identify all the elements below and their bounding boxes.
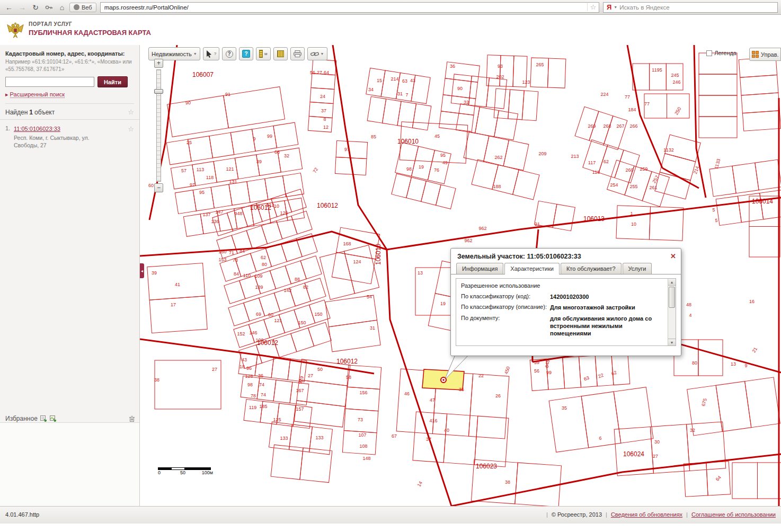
parcel-block [614,422,726,476]
map-manage-button[interactable]: Управ. [749,48,781,61]
legend-checkbox[interactable] [706,50,712,56]
parcel-label: 57 [181,168,187,173]
parcel-label: 90 [457,86,463,91]
parcel-label: 9 [253,136,255,141]
parcel-label: 80 [262,262,267,267]
parcel-label: 157 [296,406,304,412]
key-icon[interactable] [43,2,55,13]
zoom-out-button[interactable]: − [154,183,163,192]
web-button[interactable]: Веб [69,3,96,12]
info-tool-button[interactable]: ? [239,47,253,60]
parcel-label: 121 [226,166,234,172]
parcel-label: 113 [197,167,204,172]
parcel-block [732,463,781,499]
identify-tool-button[interactable]: ? [203,47,219,60]
parcel-label: 63 [402,78,407,84]
zoom-in-button[interactable]: + [154,59,163,68]
parcel-label: 416 [429,418,437,423]
share-link-button[interactable]: ▼ [307,47,327,60]
measure-length-button[interactable]: м [256,47,271,60]
cadastral-number-link[interactable]: 11:05:0106023:33 [14,126,60,132]
parcel-block [367,96,431,130]
address-bar[interactable]: ☆ [100,2,599,13]
parcel-label: 35 [562,405,567,411]
zoom-slider-handle[interactable] [154,89,163,94]
map-manage-label: Управ. [761,51,779,58]
refresh-icon[interactable]: ↻ [30,2,41,13]
home-icon[interactable]: ⌂ [56,2,68,13]
tab-services[interactable]: Услуги [623,263,652,274]
street-line [387,198,781,250]
parcel-label: 142 [283,288,291,293]
parcel-label: 262 [494,155,502,160]
search-result-item[interactable]: 1. 11:05:0106023:33 Респ. Коми, г. Сыкты… [0,120,139,149]
updates-link[interactable]: Сведения об обновлениях [611,511,682,518]
parcel-block [244,400,312,429]
parcel-label: 214 [693,165,700,175]
export-map-icon[interactable] [50,415,57,422]
parcel-label: 9 [744,363,747,368]
parcel-label: 18 [239,364,245,369]
parcel-label: 73 [358,417,363,422]
footer-separator: | [686,511,688,518]
parcel-label: 25 [187,140,192,145]
parcel-label: 153 [218,257,226,262]
zoom-track[interactable] [156,69,161,182]
forward-icon[interactable]: → [16,2,28,13]
parcel-label: 147 [215,209,223,215]
footer-separator: | [546,511,548,518]
parcel-label: 152 [237,331,245,336]
bookmark-star-icon[interactable]: ☆ [587,3,599,11]
parcel-label: 6 [599,436,601,441]
tab-information[interactable]: Информация [456,263,503,274]
sidebar-collapse-handle[interactable]: ◂ [140,263,144,278]
parcel-block [739,57,780,131]
quarter-label: 106012 [317,202,338,209]
scroll-up-icon[interactable]: ▲ [668,279,676,286]
advanced-search-label: Расширенный поиск [10,91,65,98]
export-excel-icon[interactable] [40,415,47,422]
scroll-down-icon[interactable]: ▼ [668,339,676,345]
agreement-link[interactable]: Соглашение об использовании [691,511,776,518]
close-icon[interactable]: ✕ [670,252,676,260]
print-button[interactable] [290,47,305,60]
favorite-all-star-icon[interactable]: ☆ [128,108,134,116]
parcel-label: 37 [321,108,326,113]
parcel-label: 84 [234,271,239,277]
parcel-label: 17 [171,302,176,307]
parcel-label: 261 [649,185,657,190]
find-button[interactable]: Найти [97,76,128,87]
help-tool-button[interactable]: ? [222,47,236,60]
search-field-label: Кадастровый номер, адрес, координаты: [5,50,134,57]
search-input[interactable] [5,77,94,87]
scrollbar-thumb[interactable] [669,287,675,308]
quarter-label: 106007 [192,71,214,78]
chevron-down-icon[interactable]: ▼ [614,5,617,9]
tab-who-serves[interactable]: Кто обслуживает? [561,263,622,274]
popup-scrollbar[interactable]: ▲ ▼ [668,279,676,345]
parcel-label: 14 [416,481,424,488]
parcel-label: 74 [259,382,264,387]
scale-bar: 0 50 100м [158,467,211,476]
back-icon[interactable]: ← [3,2,15,13]
yandex-search-box[interactable]: Я ▼ Искать в Яндексе [603,2,778,13]
parcel-label: 224 [600,92,608,97]
trash-icon[interactable] [129,415,135,422]
parcel-block [644,94,689,118]
legend-toggle[interactable]: Легенда [706,50,736,56]
parcel-label: 266 [629,123,637,129]
url-input[interactable] [101,4,587,11]
tab-characteristics[interactable]: Характеристики [504,263,560,274]
parcel-label: 108 [359,444,367,449]
parcel-label: 124 [353,259,361,264]
coat-of-arms-logo [5,20,25,40]
parcel-label: 255 [629,184,637,189]
parcel-label: 150 [298,320,306,325]
measure-area-button[interactable] [273,47,288,60]
parcel-label: 27 [317,70,322,75]
favorite-item-star-icon[interactable]: ☆ [128,125,134,149]
advanced-search-link[interactable]: ▸ Расширенный поиск [5,91,65,98]
parcel-block [716,190,781,226]
parcel-label: 62 [604,159,609,164]
yandex-search-placeholder: Искать в Яндексе [619,4,669,11]
